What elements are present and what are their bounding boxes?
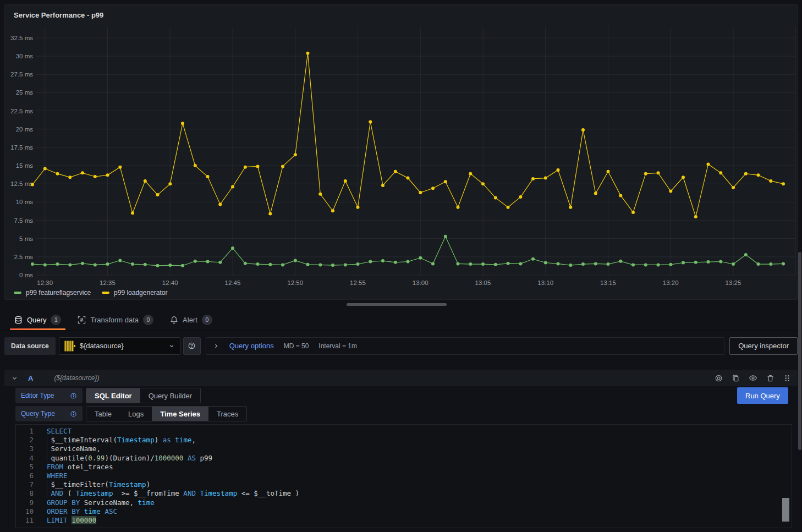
sql-line-number: 1 [16,427,34,436]
query-datasource-ref: (${datasource}) [54,374,99,382]
query-type-option-traces[interactable]: Traces [208,407,246,421]
query-row-header[interactable]: A (${datasource}) [4,370,798,386]
svg-text:13:10: 13:10 [537,279,553,286]
chart-legend: p99 featureflagservice p99 loadgenerator [14,289,168,297]
chevron-right-icon[interactable] [213,343,219,349]
svg-text:27.5 ms: 27.5 ms [10,71,33,78]
sql-line: 10ORDER BY time ASC [16,507,792,516]
legend-label: p99 featureflagservice [26,289,91,297]
legend-swatch-yellow [102,292,109,294]
tab-alert[interactable]: Alert 0 [164,310,218,330]
svg-text:13:05: 13:05 [475,279,491,286]
query-options-toggle[interactable]: Query options [229,342,274,350]
legend-item-featureflagservice[interactable]: p99 featureflagservice [14,289,91,297]
legend-item-loadgenerator[interactable]: p99 loadgenerator [102,289,167,297]
editor-type-row: Editor Type SQL Editor Query Builder [15,388,201,403]
svg-text:32.5 ms: 32.5 ms [10,35,33,41]
info-icon[interactable] [70,392,77,399]
svg-text:20 ms: 20 ms [16,126,34,133]
sql-code-text: quantile(0.99)(Duration)/1000000 AS p99 [47,454,212,463]
sql-line-number: 7 [16,480,34,489]
eye-icon[interactable] [749,374,757,382]
editor-tabbar: Query 1 Transform data 0 Alert 0 [0,310,802,331]
svg-text:13:25: 13:25 [726,279,741,286]
query-inspector-button[interactable]: Query inspector [729,337,798,355]
sql-code-text: AND ( Timestamp >= $__fromTime AND Times… [47,489,299,498]
sql-line: 8 AND ( Timestamp >= $__fromTime AND Tim… [16,489,792,498]
svg-text:7.5 ms: 7.5 ms [14,217,33,224]
svg-text:25 ms: 25 ms [16,89,34,96]
info-icon[interactable] [70,410,77,418]
svg-text:30 ms: 30 ms [16,53,34,59]
trash-icon[interactable] [766,374,774,382]
timeseries-chart[interactable]: 0 ms2.5 ms5 ms7.5 ms10 ms12.5 ms15 ms17.… [5,5,797,299]
sql-code-text: GROUP BY ServiceName, time [47,498,155,507]
sql-code-editor[interactable]: 1SELECT2 $__timeInterval(Timestamp) as t… [15,424,792,528]
svg-text:17.5 ms: 17.5 ms [10,144,33,151]
drag-handle-icon[interactable] [783,374,791,382]
svg-text:12:35: 12:35 [100,279,116,286]
editor-type-segmented: SQL Editor Query Builder [86,388,201,403]
datasource-label: Data source [4,337,56,355]
svg-text:12:55: 12:55 [350,279,366,286]
chevron-down-icon [168,343,175,349]
datasource-help-button[interactable] [183,337,201,355]
query-ref-id: A [28,374,33,382]
tab-label: Transform data [90,316,139,324]
tab-alert-count-badge: 0 [202,315,212,325]
svg-text:13:00: 13:00 [413,279,429,286]
sql-line-number: 11 [16,516,34,525]
sql-line-number: 4 [16,454,34,463]
sql-line: 11LIMIT 100000 [16,516,792,525]
sql-line: 9GROUP BY ServiceName, time [16,498,792,507]
tab-query[interactable]: Query 1 [9,310,67,330]
legend-swatch-green [14,292,21,294]
editor-scrollbar-thumb[interactable] [782,498,789,522]
svg-text:12:45: 12:45 [225,279,241,286]
panel-resize-handle[interactable] [347,303,447,306]
page-scrollbar-thumb[interactable] [798,252,801,450]
sql-line: 6WHERE [16,471,792,480]
sql-line: 3 ServiceName, [16,445,792,453]
sql-line-number: 5 [16,463,34,471]
sql-line-number: 9 [16,498,34,507]
bell-icon [170,316,178,324]
editor-type-option-query-builder[interactable]: Query Builder [140,388,200,403]
sql-line: 2 $__timeInterval(Timestamp) as time, [16,436,792,445]
collapse-chevron-icon[interactable] [11,375,18,382]
panel-title[interactable]: Service Performance - p99 [14,11,103,19]
svg-text:12:30: 12:30 [37,279,53,286]
sql-line: 5FROM otel_traces [16,463,792,471]
timeseries-panel: Service Performance - p99 0 ms2.5 ms5 ms… [4,4,798,300]
query-type-option-time-series[interactable]: Time Series [152,407,208,421]
sql-line: 7 $__timeFilter(Timestamp) [16,480,792,489]
transform-icon [78,316,86,324]
editor-type-label: Editor Type [15,388,83,403]
query-type-option-table[interactable]: Table [86,407,120,421]
sql-code-text: ServiceName, [47,445,101,453]
datasource-value: ${datasource} [80,342,164,350]
sql-code-text: ORDER BY time ASC [47,507,117,516]
tab-label: Alert [183,316,197,324]
sql-line-number: 10 [16,507,34,516]
svg-text:12.5 ms: 12.5 ms [10,180,33,187]
tab-label: Query [27,316,46,324]
sql-line-number: 8 [16,489,34,498]
sql-line: 1SELECT [16,427,792,436]
circle-dot-icon[interactable] [715,374,723,382]
svg-text:10 ms: 10 ms [16,199,34,205]
svg-text:12:50: 12:50 [287,279,303,286]
query-type-row: Query Type Table Logs Time Series Traces [15,406,247,421]
sql-lines: 1SELECT2 $__timeInterval(Timestamp) as t… [16,427,792,525]
query-type-option-logs[interactable]: Logs [120,407,152,421]
editor-type-option-sql-editor[interactable]: SQL Editor [86,388,140,403]
sql-line: 4 quantile(0.99)(Duration)/1000000 AS p9… [16,454,792,463]
copy-icon[interactable] [732,374,740,382]
run-query-button[interactable]: Run Query [737,387,788,404]
svg-text:5 ms: 5 ms [19,235,33,242]
sql-line-number: 2 [16,436,34,445]
tab-query-count-badge: 1 [51,315,61,325]
tab-transform-data[interactable]: Transform data 0 [72,310,159,330]
interval-value: Interval = 1m [318,342,357,350]
datasource-picker[interactable]: ${datasource} [59,337,180,355]
